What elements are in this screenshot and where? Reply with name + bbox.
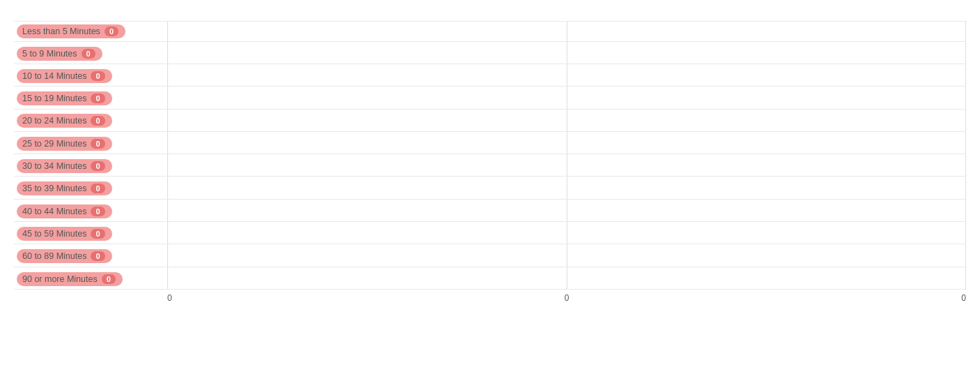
bar-label-container: 60 to 89 Minutes0 <box>14 249 167 263</box>
bar-label-container: 90 or more Minutes0 <box>14 272 167 286</box>
x-axis-label: 0 <box>167 293 172 303</box>
bar-label-pill: 30 to 34 Minutes0 <box>17 159 112 173</box>
bar-label-pill: 90 or more Minutes0 <box>17 272 123 286</box>
bar-label: 25 to 29 Minutes <box>22 139 86 149</box>
chart-body: Less than 5 Minutes05 to 9 Minutes010 to… <box>14 21 966 311</box>
bar-value-badge: 0 <box>91 207 105 216</box>
bar-label-pill: 10 to 14 Minutes0 <box>17 69 112 83</box>
bar-label-pill: 60 to 89 Minutes0 <box>17 249 112 263</box>
x-axis-label: 0 <box>961 293 966 303</box>
bar-value-badge: 0 <box>102 274 116 284</box>
bar-value-badge: 0 <box>91 139 105 149</box>
bar-row: 20 to 24 Minutes0 <box>14 111 966 132</box>
bar-row: 10 to 14 Minutes0 <box>14 66 966 87</box>
bar-row: 15 to 19 Minutes0 <box>14 89 966 110</box>
bar-label: Less than 5 Minutes <box>22 27 100 36</box>
bar-row: 60 to 89 Minutes0 <box>14 246 966 267</box>
bar-value-badge: 0 <box>91 184 105 193</box>
bar-value-badge: 0 <box>105 27 118 36</box>
bar-track <box>167 179 966 199</box>
bar-track <box>167 89 966 109</box>
bar-row: Less than 5 Minutes0 <box>14 21 966 42</box>
bar-track <box>167 133 966 154</box>
bar-label: 15 to 19 Minutes <box>22 94 86 103</box>
bar-label-pill: 20 to 24 Minutes0 <box>17 114 112 128</box>
bar-label-container: 5 to 9 Minutes0 <box>14 47 167 61</box>
bar-label: 40 to 44 Minutes <box>22 207 86 216</box>
bar-label-pill: 15 to 19 Minutes0 <box>17 91 112 105</box>
bar-label-pill: 25 to 29 Minutes0 <box>17 137 112 151</box>
bar-value-badge: 0 <box>91 161 105 171</box>
bar-track <box>167 246 966 267</box>
bar-row: 25 to 29 Minutes0 <box>14 133 966 154</box>
bar-label-container: 45 to 59 Minutes0 <box>14 227 167 241</box>
bar-value-badge: 0 <box>91 94 105 103</box>
bar-row: 45 to 59 Minutes0 <box>14 224 966 245</box>
bar-label-container: 30 to 34 Minutes0 <box>14 159 167 173</box>
bar-label: 90 or more Minutes <box>22 274 98 284</box>
chart-container: Less than 5 Minutes05 to 9 Minutes010 to… <box>0 0 980 365</box>
bar-track <box>167 156 966 177</box>
bar-label: 45 to 59 Minutes <box>22 229 86 239</box>
x-axis-label: 0 <box>565 293 569 303</box>
bar-label-container: 25 to 29 Minutes0 <box>14 137 167 151</box>
bar-label-container: 40 to 44 Minutes0 <box>14 204 167 218</box>
bar-label-container: 10 to 14 Minutes0 <box>14 69 167 83</box>
bar-value-badge: 0 <box>91 251 105 261</box>
bar-label: 35 to 39 Minutes <box>22 184 86 193</box>
bar-label-container: Less than 5 Minutes0 <box>14 24 167 38</box>
bar-row: 5 to 9 Minutes0 <box>14 43 966 64</box>
bar-track <box>167 269 966 289</box>
bars-area: Less than 5 Minutes05 to 9 Minutes010 to… <box>14 21 966 290</box>
bar-track <box>167 43 966 64</box>
bar-label-pill: 45 to 59 Minutes0 <box>17 227 112 241</box>
bar-label-container: 15 to 19 Minutes0 <box>14 91 167 105</box>
bar-row: 40 to 44 Minutes0 <box>14 201 966 222</box>
bar-row: 90 or more Minutes0 <box>14 269 966 290</box>
bar-value-badge: 0 <box>82 49 95 59</box>
bar-row: 30 to 34 Minutes0 <box>14 156 966 177</box>
bar-label-container: 35 to 39 Minutes0 <box>14 181 167 195</box>
bar-track <box>167 22 966 41</box>
bar-label-pill: Less than 5 Minutes0 <box>17 24 125 38</box>
bar-track <box>167 66 966 87</box>
bar-value-badge: 0 <box>91 229 105 239</box>
x-axis: 000 <box>167 293 966 311</box>
bar-label-pill: 35 to 39 Minutes0 <box>17 181 112 195</box>
bar-track <box>167 201 966 221</box>
bar-row: 35 to 39 Minutes0 <box>14 179 966 200</box>
bar-value-badge: 0 <box>91 71 105 81</box>
bar-label: 30 to 34 Minutes <box>22 161 86 171</box>
bar-track <box>167 224 966 244</box>
bar-label: 5 to 9 Minutes <box>22 49 77 59</box>
bar-label: 10 to 14 Minutes <box>22 71 86 81</box>
bar-value-badge: 0 <box>91 116 105 126</box>
bar-label: 20 to 24 Minutes <box>22 116 86 126</box>
bar-label-pill: 40 to 44 Minutes0 <box>17 204 112 218</box>
bar-label: 60 to 89 Minutes <box>22 251 86 261</box>
bar-label-container: 20 to 24 Minutes0 <box>14 114 167 128</box>
bar-label-pill: 5 to 9 Minutes0 <box>17 47 102 61</box>
bar-track <box>167 111 966 131</box>
